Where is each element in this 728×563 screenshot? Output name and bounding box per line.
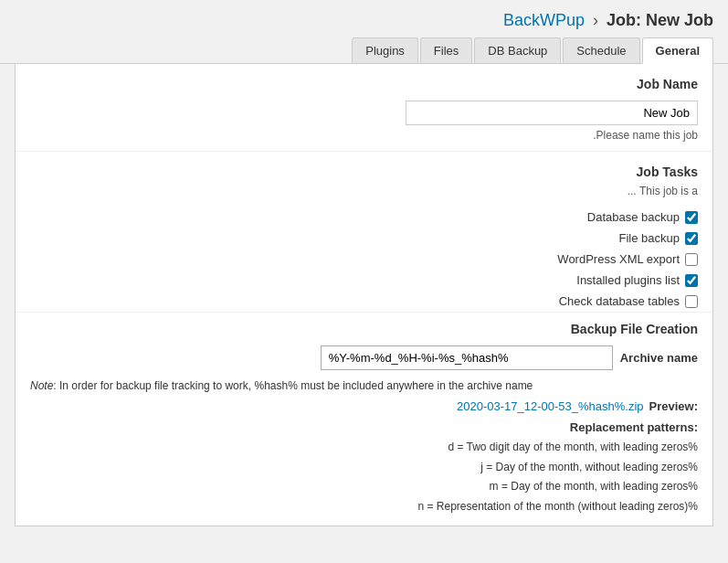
breadcrumb-plugin[interactable]: BackWPup [503, 11, 585, 29]
task-plugins-list-checkbox[interactable] [685, 274, 698, 287]
breadcrumb-current: Job: New Job [607, 11, 713, 29]
main-content: Job Name Please name this job. Job Tasks… [15, 64, 713, 526]
pattern-j: j = Day of the month, without leading ze… [30, 458, 698, 478]
job-tasks-sublabel: This job is a ... [16, 183, 712, 207]
pattern-m: m = Day of the month, with leading zeros… [30, 477, 698, 497]
preview-row: 2020-03-17_12-00-53_%hash%.zip Preview: [30, 399, 698, 413]
pattern-n: n = Representation of the month (without… [30, 497, 698, 517]
task-check-db-checkbox[interactable] [685, 295, 698, 308]
tab-bar: Plugins Files DB Backup Schedule General [0, 37, 728, 64]
archive-name-input[interactable] [321, 345, 613, 370]
task-database-backup-label: Database backup [587, 210, 680, 224]
task-plugins-list-row: Installed plugins list [16, 270, 712, 291]
replacement-section: Replacement patterns: d = Two digit day … [30, 420, 698, 516]
archive-name-label: Archive name [620, 351, 698, 365]
job-name-input[interactable] [406, 101, 698, 125]
task-file-backup-label: File backup [619, 231, 680, 245]
tab-files[interactable]: Files [420, 37, 472, 63]
backup-file-section: Backup File Creation Archive name Note: … [16, 312, 712, 526]
pattern-d: d = Two digit day of the month, with lea… [30, 438, 698, 458]
task-database-backup-checkbox[interactable] [685, 211, 698, 224]
breadcrumb-separator: › [593, 11, 598, 29]
job-name-heading: Job Name [16, 64, 712, 95]
note-italic: Note [30, 379, 53, 392]
preview-label: Preview: [649, 399, 698, 413]
note-text-rest: : In order for backup file tracking to w… [53, 379, 533, 392]
tab-plugins[interactable]: Plugins [352, 37, 418, 63]
preview-value: 2020-03-17_12-00-53_%hash%.zip [457, 399, 644, 413]
job-name-sublabel: Please name this job. [16, 127, 712, 151]
task-database-backup-row: Database backup [16, 207, 712, 228]
tab-schedule[interactable]: Schedule [563, 37, 639, 63]
archive-name-row: Archive name [30, 345, 698, 370]
task-file-backup-checkbox[interactable] [685, 232, 698, 245]
task-xml-export-label: WordPress XML export [557, 252, 680, 266]
header-bar: BackWPup › Job: New Job [0, 0, 728, 37]
task-check-db-row: Check database tables [16, 291, 712, 312]
archive-note: Note: In order for backup file tracking … [30, 376, 698, 396]
task-xml-export-row: WordPress XML export [16, 249, 712, 270]
tab-general[interactable]: General [642, 37, 713, 64]
replacement-title: Replacement patterns: [30, 420, 698, 434]
job-tasks-heading: Job Tasks [16, 151, 712, 183]
tab-db-backup[interactable]: DB Backup [474, 37, 561, 63]
task-file-backup-row: File backup [16, 228, 712, 249]
task-xml-export-checkbox[interactable] [685, 253, 698, 266]
replacement-list: d = Two digit day of the month, with lea… [30, 438, 698, 516]
backup-file-heading: Backup File Creation [30, 322, 698, 336]
page-wrapper: BackWPup › Job: New Job Plugins Files DB… [0, 0, 728, 563]
job-name-row [16, 95, 712, 127]
task-check-db-label: Check database tables [559, 294, 680, 308]
task-plugins-list-label: Installed plugins list [576, 273, 680, 287]
